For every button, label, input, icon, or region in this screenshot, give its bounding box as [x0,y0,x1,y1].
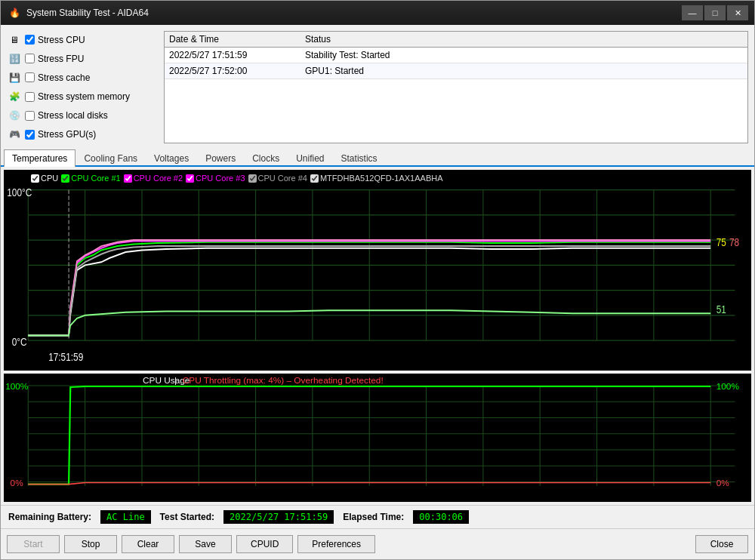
log-row: 2022/5/27 17:52:00GPU1: Started [165,63,747,79]
stress-checkbox-fpu[interactable] [25,54,35,63]
top-section: 🖥 Stress CPU 🔢 Stress FPU 💾 Stress cache… [1,25,754,149]
main-content: 🖥 Stress CPU 🔢 Stress FPU 💾 Stress cache… [1,25,754,559]
cpuid-button[interactable]: CPUID [236,535,293,553]
stress-icon-disk: 💿 [7,109,22,122]
svg-text:|: | [174,375,177,385]
stress-checkbox-cache[interactable] [25,72,35,82]
tab-cooling-fans[interactable]: Cooling Fans [76,149,146,167]
main-window: 🔥 System Stability Test - AIDA64 — □ ✕ 🖥… [0,0,755,560]
stress-checkbox-cpu[interactable] [25,35,35,45]
stress-item-memory: 🧩 Stress system memory [7,88,158,106]
temp-chart-svg: 100°C 0°C 17:51:59 75 78 51 [4,170,751,371]
svg-text:0°C: 0°C [12,336,27,348]
start-button[interactable]: Start [7,535,60,553]
log-col1: Date & Time [169,34,305,45]
log-time: 2022/5/27 17:52:00 [169,66,305,76]
stress-item-disk: 💿 Stress local disks [7,107,158,125]
temp-legend-item: CPU [31,174,58,183]
tab-voltages[interactable]: Voltages [146,149,197,167]
stress-item-fpu: 🔢 Stress FPU [7,50,158,67]
usage-chart-svg: CPU Usage | CPU Throttling (max: 4%) – O… [4,374,751,502]
battery-value: AC Line [100,510,151,524]
temp-legend-item: CPU Core #3 [186,174,245,183]
svg-text:75: 75 [716,236,726,248]
stress-item-cpu: 🖥 Stress CPU [7,31,158,48]
log-status: GPU1: Started [305,66,743,76]
tab-temperatures[interactable]: Temperatures [4,149,76,167]
stress-label-disk: Stress local disks [38,110,108,121]
stress-item-cache: 💾 Stress cache [7,69,158,86]
test-started-value: 2022/5/27 17:51:59 [223,510,334,524]
stress-label-cpu: Stress CPU [38,35,85,45]
svg-text:0%: 0% [11,478,24,488]
close-button[interactable]: Close [695,535,748,553]
window-title: System Stability Test - AIDA64 [26,8,682,18]
tab-clocks[interactable]: Clocks [244,149,288,167]
stress-checkbox-gpu[interactable] [25,130,35,140]
temp-legend-item: CPU Core #2 [124,174,183,183]
temp-legend-item: CPU Core #1 [61,174,120,183]
stress-icon-fpu: 🔢 [7,53,22,65]
window-close-button[interactable]: ✕ [727,5,748,20]
stress-checkbox-disk[interactable] [25,111,35,121]
temp-legend-item: MTFDHBA512QFD-1AX1AABHA [310,174,443,183]
elapsed-value: 00:30:06 [413,510,469,524]
maximize-button[interactable]: □ [704,5,726,20]
stress-icon-cache: 💾 [7,72,22,84]
stop-button[interactable]: Stop [64,535,117,553]
battery-label: Remaining Battery: [8,512,91,522]
tab-unified[interactable]: Unified [288,149,332,167]
svg-text:100%: 100% [5,381,29,391]
svg-text:100°C: 100°C [7,186,32,198]
stress-label-cache: Stress cache [38,72,90,83]
clear-button[interactable]: Clear [122,535,174,553]
log-panel: Date & Time Status 2022/5/27 17:51:59Sta… [164,31,748,143]
temp-legend-item: CPU Core #4 [248,174,307,183]
app-icon: 🔥 [7,5,22,20]
svg-text:51: 51 [716,303,726,315]
log-row: 2022/5/27 17:51:59Stability Test: Starte… [165,48,747,63]
minimize-button[interactable]: — [682,5,703,20]
elapsed-label: Elapsed Time: [343,512,404,522]
stress-options-panel: 🖥 Stress CPU 🔢 Stress FPU 💾 Stress cache… [7,31,158,143]
stress-icon-gpu: 🎮 [7,128,22,140]
stress-label-memory: Stress system memory [38,91,130,102]
stress-icon-memory: 🧩 [7,91,22,103]
stress-item-gpu: 🎮 Stress GPU(s) [7,126,158,143]
title-bar: 🔥 System Stability Test - AIDA64 — □ ✕ [1,1,754,25]
preferences-button[interactable]: Preferences [297,535,375,553]
temp-legend: CPU CPU Core #1 CPU Core #2 CPU Core #3 … [26,171,721,185]
svg-text:0%: 0% [716,478,730,488]
log-status: Stability Test: Started [305,50,743,60]
stress-label-fpu: Stress FPU [38,54,84,64]
log-time: 2022/5/27 17:51:59 [169,50,305,60]
window-controls: — □ ✕ [682,5,748,20]
tabs-bar: TemperaturesCooling FansVoltagesPowersCl… [1,149,754,167]
log-rows: 2022/5/27 17:51:59Stability Test: Starte… [165,48,747,79]
log-header: Date & Time Status [165,32,747,48]
button-bar: Start Stop Clear Save CPUID Preferences … [1,528,754,559]
log-col2: Status [305,34,743,45]
test-started-label: Test Started: [160,512,214,522]
charts-area: 100°C 0°C 17:51:59 75 78 51 CPU CPU Core… [1,167,754,505]
status-bar: Remaining Battery: AC Line Test Started:… [1,505,754,528]
svg-text:17:51:59: 17:51:59 [48,351,83,363]
svg-text:CPU Throttling (max: 4%) – Ove: CPU Throttling (max: 4%) – Overheating D… [183,375,384,385]
stress-label-gpu: Stress GPU(s) [38,129,96,140]
stress-checkbox-memory[interactable] [25,92,35,102]
cpu-usage-chart: CPU Usage | CPU Throttling (max: 4%) – O… [4,374,751,502]
stress-icon-cpu: 🖥 [7,34,22,46]
tab-statistics[interactable]: Statistics [333,149,386,167]
save-button[interactable]: Save [179,535,232,553]
svg-text:100%: 100% [716,381,740,391]
temperature-chart: 100°C 0°C 17:51:59 75 78 51 CPU CPU Core… [4,170,751,371]
svg-text:78: 78 [729,236,739,248]
tab-powers[interactable]: Powers [197,149,244,167]
